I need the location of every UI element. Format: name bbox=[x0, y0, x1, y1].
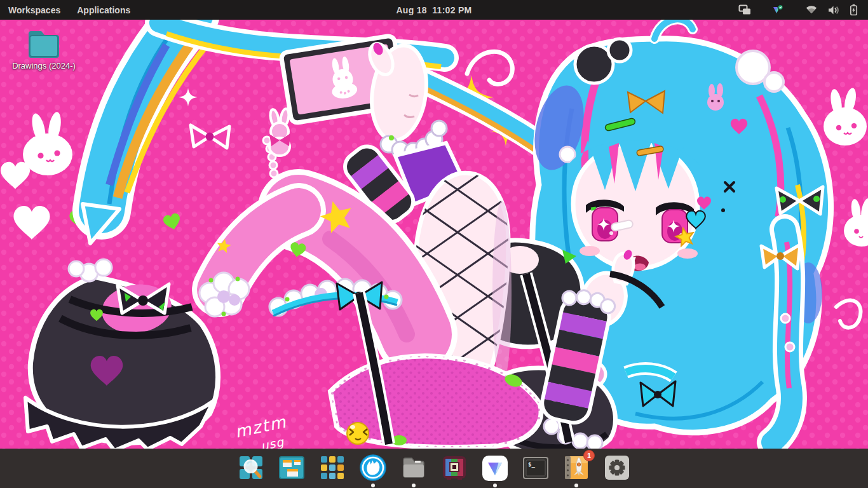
dock-protonvpn[interactable] bbox=[481, 455, 509, 487]
running-indicator bbox=[412, 484, 416, 487]
smiley-ball bbox=[347, 423, 369, 444]
panel-menus: Workspaces Applications bbox=[0, 5, 130, 15]
workspaces-settings-icon bbox=[279, 455, 304, 480]
running-indicator bbox=[574, 484, 578, 487]
menu-applications[interactable]: Applications bbox=[77, 5, 130, 15]
system-tray bbox=[738, 4, 868, 16]
desktop[interactable]: mztm usg Drawings (2024-) bbox=[0, 20, 868, 449]
menu-workspaces[interactable]: Workspaces bbox=[8, 5, 60, 15]
wifi-icon[interactable] bbox=[805, 5, 818, 15]
dock-workspaces-settings[interactable] bbox=[278, 455, 306, 487]
protonvpn-tray-icon[interactable] bbox=[772, 4, 784, 15]
librewolf-icon bbox=[359, 454, 387, 482]
terminal-prompt-glyph: $_ bbox=[528, 461, 535, 468]
notification-badge: 1 bbox=[583, 450, 595, 461]
dock-comic-reader[interactable]: 1 bbox=[562, 455, 590, 487]
dock-librewolf-browser[interactable] bbox=[359, 455, 387, 487]
dock-settings[interactable] bbox=[603, 455, 631, 487]
dock-app-grid[interactable] bbox=[318, 455, 346, 487]
wallpaper-illustration: mztm usg bbox=[0, 20, 868, 449]
dock-terminal[interactable]: $_ bbox=[522, 455, 550, 487]
running-indicator bbox=[371, 484, 375, 487]
pixel-art-app-icon bbox=[442, 455, 467, 480]
top-panel: Workspaces Applications Aug 18 11:02 PM bbox=[0, 0, 868, 20]
dock-file-manager[interactable] bbox=[400, 455, 428, 487]
app-grid-icon bbox=[320, 455, 345, 480]
running-indicator bbox=[493, 484, 497, 487]
dock: $_ 1 bbox=[0, 449, 868, 488]
volume-icon[interactable] bbox=[827, 5, 840, 15]
windows-indicator-icon[interactable] bbox=[738, 4, 751, 15]
file-manager-icon bbox=[401, 455, 426, 480]
dock-application-finder[interactable] bbox=[237, 455, 265, 487]
gear-icon bbox=[604, 455, 630, 480]
application-finder-icon bbox=[238, 455, 264, 480]
protonvpn-icon bbox=[482, 455, 508, 482]
panel-clock[interactable]: Aug 18 11:02 PM bbox=[396, 5, 471, 15]
desktop-icon-drawings[interactable]: Drawings (2024-) bbox=[9, 26, 79, 71]
desktop-icon-label: Drawings (2024-) bbox=[12, 61, 76, 71]
terminal-icon: $_ bbox=[523, 457, 548, 480]
dock-pixel-art-app[interactable] bbox=[440, 455, 468, 487]
battery-charging-icon[interactable] bbox=[850, 4, 858, 16]
folder-icon bbox=[25, 26, 62, 60]
